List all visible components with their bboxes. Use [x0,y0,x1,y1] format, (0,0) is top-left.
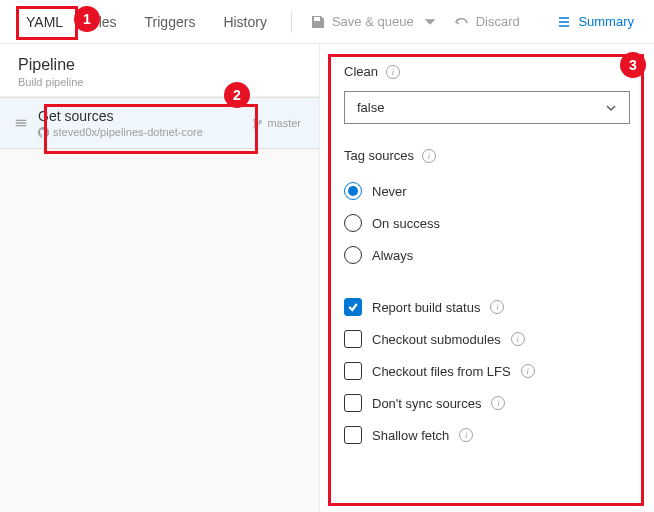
info-icon[interactable]: i [490,300,504,314]
radio-input[interactable] [344,246,362,264]
svg-point-1 [254,125,256,127]
check-lfs[interactable]: Checkout files from LFS i [344,355,630,387]
checkbox-input[interactable] [344,330,362,348]
save-queue-label: Save & queue [332,14,414,29]
drag-handle-icon [14,116,28,130]
tag-sources-label: Tag sources i [344,148,630,163]
pipeline-header: Pipeline Build pipeline [0,44,319,97]
save-icon [310,14,326,30]
toolbar-divider [291,11,292,33]
summary-button[interactable]: Summary [548,8,642,36]
check-report-build-status[interactable]: Report build status i [344,291,630,323]
check-submodules[interactable]: Checkout submodules i [344,323,630,355]
radio-label: On success [372,216,440,231]
pipeline-subtitle: Build pipeline [18,76,301,88]
chevron-down-icon [605,102,617,114]
checkbox-input[interactable] [344,394,362,412]
clean-label-text: Clean [344,64,378,79]
tab-history[interactable]: History [209,4,281,40]
radio-never[interactable]: Never [344,175,630,207]
clean-label: Clean i [344,64,630,79]
checkbox-label: Don't sync sources [372,396,481,411]
radio-label: Always [372,248,413,263]
branch-icon [252,118,263,129]
tabs: YAML ables Triggers History [12,4,281,40]
get-sources-step[interactable]: Get sources steved0x/pipelines-dotnet-co… [0,97,319,149]
summary-label: Summary [578,14,634,29]
step-title: Get sources [38,108,242,124]
github-icon [38,127,49,138]
branch-name: master [267,117,301,129]
radio-input[interactable] [344,182,362,200]
info-icon[interactable]: i [459,428,473,442]
tab-triggers[interactable]: Triggers [131,4,210,40]
undo-icon [454,14,470,30]
check-dont-sync[interactable]: Don't sync sources i [344,387,630,419]
options-checkbox-group: Report build status i Checkout submodule… [344,291,630,451]
branch-indicator: master [252,117,305,129]
checkbox-input[interactable] [344,362,362,380]
checkbox-label: Checkout files from LFS [372,364,511,379]
info-icon[interactable]: i [521,364,535,378]
clean-select[interactable]: false [344,91,630,124]
tag-sources-radio-group: Never On success Always [344,175,630,271]
radio-always[interactable]: Always [344,239,630,271]
repo-name: steved0x/pipelines-dotnet-core [53,126,203,138]
info-icon[interactable]: i [491,396,505,410]
discard-button[interactable]: Discard [446,8,528,36]
info-icon[interactable]: i [422,149,436,163]
tab-yaml[interactable]: YAML [12,4,77,40]
svg-point-0 [254,119,256,121]
checkbox-label: Report build status [372,300,480,315]
left-pane: Pipeline Build pipeline Get sources stev… [0,44,320,512]
clean-value: false [357,100,384,115]
info-icon[interactable]: i [511,332,525,346]
top-toolbar: YAML ables Triggers History Save & queue… [0,0,654,44]
chevron-down-icon [422,14,438,30]
svg-point-2 [260,120,262,122]
properties-pane: Clean i false Tag sources i Never On suc… [320,44,654,512]
tag-sources-text: Tag sources [344,148,414,163]
radio-label: Never [372,184,407,199]
checkbox-label: Checkout submodules [372,332,501,347]
tab-variables[interactable]: ables [77,4,130,40]
checkbox-input[interactable] [344,426,362,444]
checkbox-input[interactable] [344,298,362,316]
check-shallow-fetch[interactable]: Shallow fetch i [344,419,630,451]
list-icon [556,14,572,30]
info-icon[interactable]: i [386,65,400,79]
radio-input[interactable] [344,214,362,232]
discard-label: Discard [476,14,520,29]
save-queue-button[interactable]: Save & queue [302,8,446,36]
checkbox-label: Shallow fetch [372,428,449,443]
pipeline-title: Pipeline [18,56,301,74]
radio-on-success[interactable]: On success [344,207,630,239]
